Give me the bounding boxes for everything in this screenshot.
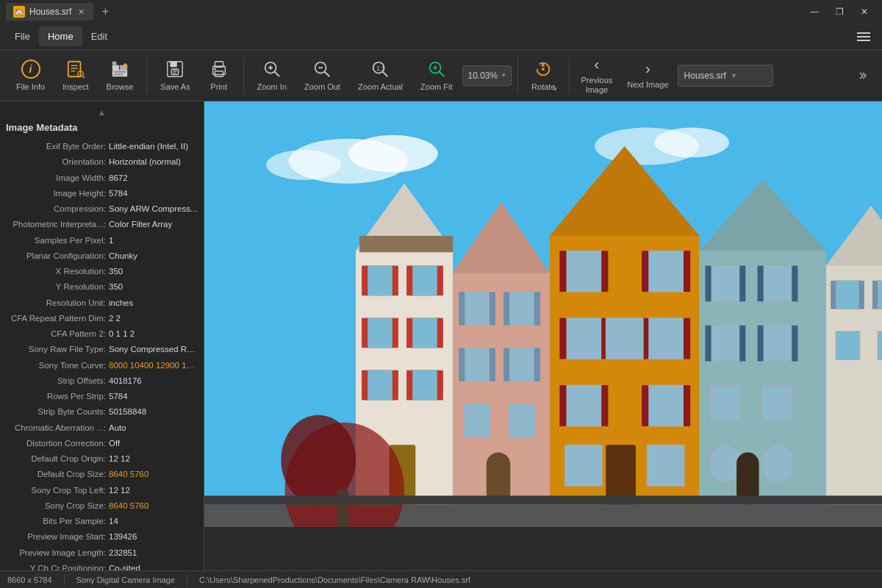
save-as-button[interactable]: Save As (153, 54, 197, 97)
svg-rect-116 (711, 385, 741, 421)
svg-rect-50 (412, 266, 438, 296)
menu-edit[interactable]: Edit (82, 26, 116, 46)
browse-label: Browse (107, 82, 134, 92)
tab-close-button[interactable]: ✕ (76, 7, 86, 17)
svg-rect-57 (406, 266, 412, 296)
metadata-value: 4018176 (109, 375, 198, 387)
menu-file[interactable]: File (6, 26, 39, 46)
zoom-value: 10.03% (467, 71, 498, 81)
svg-rect-114 (711, 326, 741, 362)
svg-rect-103 (684, 318, 690, 359)
zoom-in-button[interactable]: Zoom In (250, 54, 294, 97)
metadata-value: 8000 10400 12900 14100 (109, 359, 198, 372)
separator-2 (243, 57, 244, 94)
metadata-row: Sony Raw File Type:Sony Compressed RA... (0, 342, 204, 357)
zoom-dropdown[interactable]: 10.03% ▼ (462, 65, 512, 86)
metadata-key: Chromatic Aberration ...: (6, 422, 109, 434)
metadata-key: Compression: (6, 203, 109, 215)
svg-line-26 (275, 72, 280, 77)
svg-rect-96 (559, 251, 566, 292)
metadata-value: Sony Compressed RA... (109, 343, 198, 356)
separator-4 (569, 57, 570, 94)
svg-rect-72 (509, 292, 535, 326)
svg-rect-134 (878, 331, 882, 360)
status-separator-2 (187, 575, 187, 585)
metadata-row: Resolution Unit:inches (0, 295, 204, 311)
rotate-button[interactable]: Rotate ▼ (524, 54, 562, 97)
svg-rect-112 (711, 266, 741, 302)
svg-rect-143 (204, 527, 882, 570)
metadata-value: 8640 5760 (109, 468, 198, 481)
svg-rect-75 (464, 404, 490, 437)
metadata-row: Preview Image Start:139426 (0, 529, 204, 545)
prev-image-label: PreviousImage (581, 76, 613, 95)
metadata-row: CFA Repeat Pattern Dim:2 2 (0, 311, 204, 326)
metadata-row: CFA Pattern 2:0 1 1 2 (0, 326, 204, 342)
minimize-button[interactable]: — (803, 3, 826, 21)
new-tab-button[interactable]: + (98, 4, 112, 19)
svg-rect-68 (359, 236, 453, 252)
metadata-key: Resolution Unit: (6, 297, 109, 309)
svg-rect-76 (509, 404, 535, 437)
metadata-value: Auto (109, 422, 198, 434)
svg-rect-113 (763, 266, 793, 302)
metadata-key: Distortion Correction: (6, 437, 109, 450)
metadata-value: 1 (109, 234, 198, 247)
next-image-button[interactable]: › Next Image (621, 54, 674, 97)
tab-icon: 🏠 (13, 6, 25, 18)
metadata-key: Strip Byte Counts: (6, 406, 109, 418)
metadata-key: CFA Pattern 2: (6, 328, 109, 340)
restore-button[interactable]: ❐ (828, 3, 851, 21)
svg-rect-8 (112, 70, 127, 76)
metadata-row: X Resolution:350 (0, 264, 204, 279)
zoom-in-label: Zoom In (257, 82, 287, 92)
metadata-row: Strip Byte Counts:50158848 (0, 404, 204, 420)
metadata-key: Y Cb Cr Positioning: (6, 562, 109, 570)
metadata-key: Rows Per Strip: (6, 390, 109, 403)
metadata-row: Compression:Sony ARW Compress... (0, 201, 204, 217)
file-info-button[interactable]: i File Info (9, 54, 52, 97)
svg-rect-122 (705, 326, 711, 362)
prev-image-button[interactable]: ‹ PreviousImage (576, 54, 619, 97)
scroll-indicator: ▲ (0, 106, 204, 119)
file-selector-value: Houses.srf (684, 71, 726, 81)
svg-line-36 (439, 72, 444, 77)
print-button[interactable]: Print (201, 54, 237, 97)
svg-rect-125 (792, 326, 797, 362)
svg-rect-58 (437, 266, 443, 296)
file-selector[interactable]: Houses.srf ▼ (678, 65, 773, 87)
metadata-row: Exif Byte Order:Little-endian (Intel, II… (0, 139, 204, 154)
separator-3 (517, 57, 518, 94)
metadata-row: Y Resolution:350 (0, 279, 204, 295)
metadata-value: 8672 (109, 172, 198, 184)
hamburger-menu[interactable] (851, 28, 876, 46)
svg-rect-51 (367, 318, 393, 348)
close-button[interactable]: ✕ (853, 3, 876, 21)
menu-home[interactable]: Home (39, 26, 82, 46)
svg-rect-115 (763, 326, 793, 362)
svg-rect-104 (559, 385, 566, 426)
metadata-row: Default Crop Size:8640 5760 (0, 467, 204, 482)
svg-marker-12 (123, 63, 128, 66)
svg-rect-120 (758, 266, 764, 302)
inspect-button[interactable]: Inspect (55, 54, 96, 97)
zoom-out-button[interactable]: Zoom Out (297, 54, 348, 97)
zoom-fit-button[interactable]: Zoom Fit (413, 54, 459, 97)
metadata-value: 0 1 1 2 (109, 328, 198, 340)
svg-rect-89 (647, 251, 684, 292)
browse-button[interactable]: Browse (99, 54, 141, 97)
svg-rect-65 (406, 370, 412, 401)
save-as-label: Save As (160, 82, 190, 92)
svg-rect-74 (509, 348, 535, 381)
metadata-value: 5784 (109, 187, 198, 200)
metadata-value: 5784 (109, 390, 198, 403)
zoom-actual-button[interactable]: 1:1 Zoom Actual (351, 54, 410, 97)
zoom-out-label: Zoom Out (304, 82, 340, 92)
metadata-key: Sony Crop Size: (6, 500, 109, 512)
active-tab[interactable]: 🏠 Houses.srf ✕ (6, 3, 93, 21)
svg-rect-54 (412, 370, 438, 401)
collapse-panel-button[interactable] (853, 65, 873, 86)
svg-point-43 (266, 150, 341, 180)
svg-rect-126 (711, 445, 741, 482)
metadata-key: Photometric Interpreta...: (6, 218, 109, 231)
